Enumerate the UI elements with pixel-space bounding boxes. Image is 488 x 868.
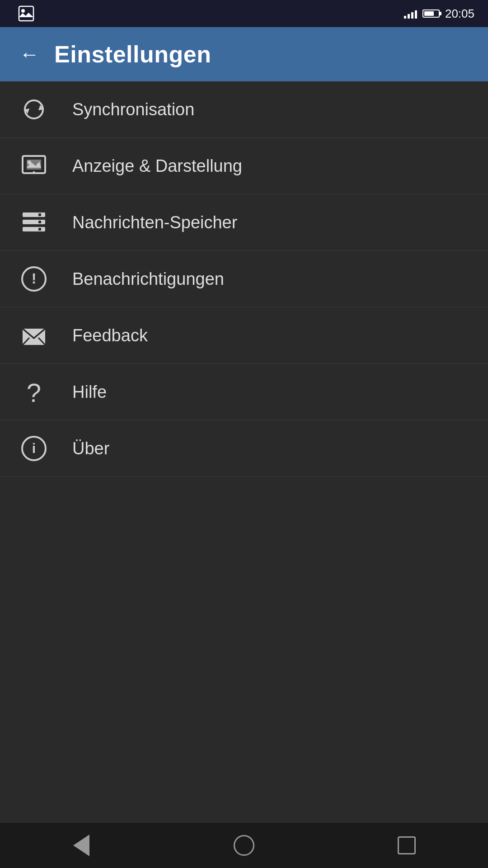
settings-item-synchronisation[interactable]: Synchronisation bbox=[0, 81, 488, 138]
settings-item-feedback[interactable]: Feedback bbox=[0, 307, 488, 364]
feedback-icon bbox=[18, 320, 50, 351]
hilfe-label: Hilfe bbox=[72, 382, 107, 402]
app-bar: ← Einstellungen bbox=[0, 27, 488, 81]
gallery-icon bbox=[18, 5, 34, 22]
anzeige-label: Anzeige & Darstellung bbox=[72, 156, 242, 176]
back-nav-icon bbox=[73, 835, 89, 856]
info-icon: i bbox=[18, 433, 50, 464]
status-bar-left bbox=[14, 5, 397, 22]
recents-nav-button[interactable] bbox=[389, 832, 425, 859]
recents-nav-icon bbox=[398, 836, 416, 854]
battery-icon bbox=[422, 9, 440, 18]
home-nav-button[interactable] bbox=[226, 832, 262, 859]
help-icon: ? bbox=[18, 376, 50, 408]
settings-item-benachrichtigungen[interactable]: ! Benachrichtigungen bbox=[0, 251, 488, 307]
nachrichten-label: Nachrichten-Speicher bbox=[72, 213, 237, 232]
synchronisation-label: Synchronisation bbox=[72, 100, 194, 119]
settings-item-nachrichten[interactable]: Nachrichten-Speicher bbox=[0, 194, 488, 251]
settings-item-ueber[interactable]: i Über bbox=[0, 420, 488, 477]
svg-rect-11 bbox=[38, 221, 41, 223]
svg-rect-8 bbox=[23, 220, 45, 224]
svg-point-1 bbox=[21, 9, 25, 13]
svg-rect-10 bbox=[38, 213, 41, 216]
svg-point-4 bbox=[28, 160, 31, 164]
back-arrow-icon: ← bbox=[19, 44, 39, 64]
svg-text:?: ? bbox=[27, 378, 41, 406]
benachrichtigungen-label: Benachrichtigungen bbox=[72, 269, 224, 289]
back-nav-button[interactable] bbox=[63, 832, 99, 859]
svg-rect-9 bbox=[23, 227, 45, 231]
svg-rect-7 bbox=[23, 212, 45, 217]
svg-rect-12 bbox=[38, 228, 41, 231]
status-bar: 20:05 bbox=[0, 0, 488, 27]
settings-item-hilfe[interactable]: ? Hilfe bbox=[0, 364, 488, 420]
feedback-label: Feedback bbox=[72, 326, 148, 345]
display-icon bbox=[18, 150, 50, 182]
back-button[interactable]: ← bbox=[18, 43, 41, 66]
sync-icon bbox=[18, 94, 50, 125]
page-title: Einstellungen bbox=[54, 41, 211, 68]
bottom-nav bbox=[0, 823, 488, 868]
svg-rect-0 bbox=[19, 6, 33, 21]
storage-icon bbox=[18, 207, 50, 238]
signal-icon bbox=[404, 9, 417, 19]
settings-item-anzeige[interactable]: Anzeige & Darstellung bbox=[0, 138, 488, 194]
svg-text:!: ! bbox=[32, 270, 37, 287]
svg-text:i: i bbox=[32, 441, 36, 456]
status-time: 20:05 bbox=[445, 7, 474, 21]
status-bar-right: 20:05 bbox=[404, 7, 474, 21]
ueber-label: Über bbox=[72, 439, 109, 458]
home-nav-icon bbox=[234, 835, 254, 856]
notification-icon: ! bbox=[18, 263, 50, 295]
settings-list: Synchronisation Anzeige & Darstellung bbox=[0, 81, 488, 477]
